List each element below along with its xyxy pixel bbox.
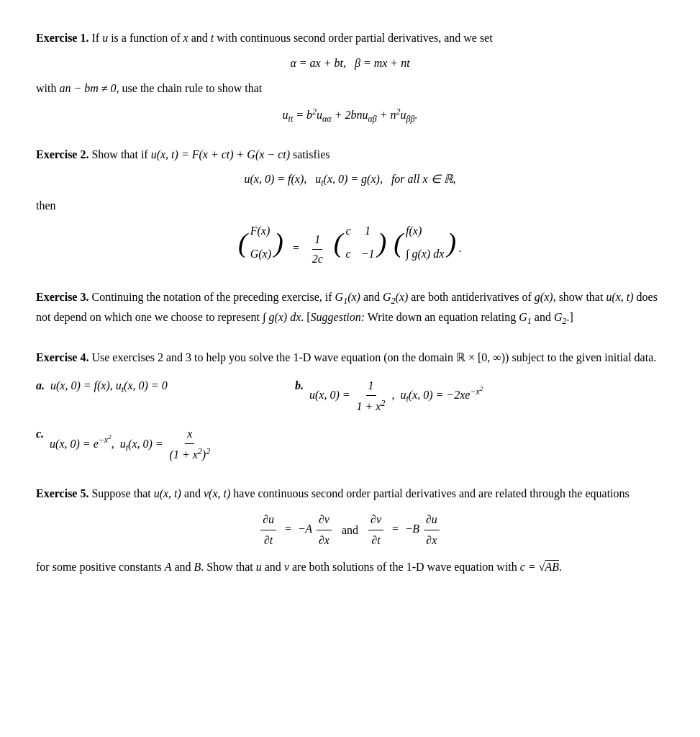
exercise-5-text: Exercise 5. Suppose that u(x, t) and v(x… xyxy=(36,484,664,503)
part-a-label: a. xyxy=(36,377,45,394)
exercise-1: Exercise 1. If u is a function of x and … xyxy=(36,29,664,125)
part-c-label: c. xyxy=(36,425,44,443)
exercise-5-equations: ∂u ∂t = −A ∂v ∂x and ∂v ∂t = −B ∂u ∂x xyxy=(36,511,664,549)
exercise-1-eq1: α = ax + bt, β = mx + nt xyxy=(36,55,664,72)
exercise-5-eq-left: ∂u ∂t = −A ∂v ∂x xyxy=(259,511,333,549)
exercise-2-eq1: u(x, 0) = f(x), ut(x, 0) = g(x), for all… xyxy=(36,171,664,189)
exercise-1-label: Exercise 1. xyxy=(36,32,88,44)
exercise-1-condition: with an − bm ≠ 0, use the chain rule to … xyxy=(36,79,664,98)
exercise-2-text: Exercise 2. Show that if u(x, t) = F(x +… xyxy=(36,145,664,164)
part-b-label: b. xyxy=(295,377,304,394)
exercise-2-label: Exercise 2. xyxy=(36,148,88,160)
exercise-4-part-c-row: c. u(x, 0) = e−x2, ut(x, 0) = x (1 + x2)… xyxy=(36,425,664,464)
exercise-4: Exercise 4. Use exercises 2 and 3 to hel… xyxy=(36,348,664,464)
and-word: and xyxy=(342,522,358,539)
exercise-3-text: Exercise 3. Continuing the notation of t… xyxy=(36,288,664,329)
exercise-4-text: Exercise 4. Use exercises 2 and 3 to hel… xyxy=(36,348,664,367)
exercise-4-parts: a. u(x, 0) = f(x), ut(x, 0) = 0 b. u(x, … xyxy=(36,377,664,464)
exercise-4-part-a: a. u(x, 0) = f(x), ut(x, 0) = 0 xyxy=(36,377,252,396)
exercise-1-eq2: utt = b2uαα + 2bnuαβ + n2uββ. xyxy=(36,104,664,125)
exercise-4-part-b: b. u(x, 0) = 1 1 + x2 , ut(x, 0) = −2xe−… xyxy=(295,377,511,415)
exercise-4-part-c: c. u(x, 0) = e−x2, ut(x, 0) = x (1 + x2)… xyxy=(36,425,252,464)
exercise-4-part-ab-row: a. u(x, 0) = f(x), ut(x, 0) = 0 b. u(x, … xyxy=(36,377,664,415)
exercise-5-eq-right: ∂v ∂t = −B ∂u ∂x xyxy=(367,511,441,549)
exercise-5-label: Exercise 5. xyxy=(36,487,88,499)
exercise-3-label: Exercise 3. xyxy=(36,291,88,303)
exercise-5: Exercise 5. Suppose that u(x, t) and v(x… xyxy=(36,484,664,577)
exercise-5-conclusion: for some positive constants A and B. Sho… xyxy=(36,558,664,577)
exercise-2: Exercise 2. Show that if u(x, t) = F(x +… xyxy=(36,145,664,268)
exercise-4-label: Exercise 4. xyxy=(36,351,88,363)
then-label: then xyxy=(36,196,664,215)
exercise-1-text: Exercise 1. If u is a function of x and … xyxy=(36,29,664,48)
exercise-3: Exercise 3. Continuing the notation of t… xyxy=(36,288,664,329)
exercise-4-part-c-text: u(x, 0) = e−x2, ut(x, 0) = x (1 + x2)2 xyxy=(50,425,214,464)
exercise-2-eq2: ( F(x) G(x) ) = 1 2c ( c 1 c −1 ) ( f(x xyxy=(36,222,664,268)
exercise-4-part-b-text: u(x, 0) = 1 1 + x2 , ut(x, 0) = −2xe−x2 xyxy=(309,377,483,415)
exercise-4-part-a-text: u(x, 0) = f(x), ut(x, 0) = 0 xyxy=(50,377,168,396)
